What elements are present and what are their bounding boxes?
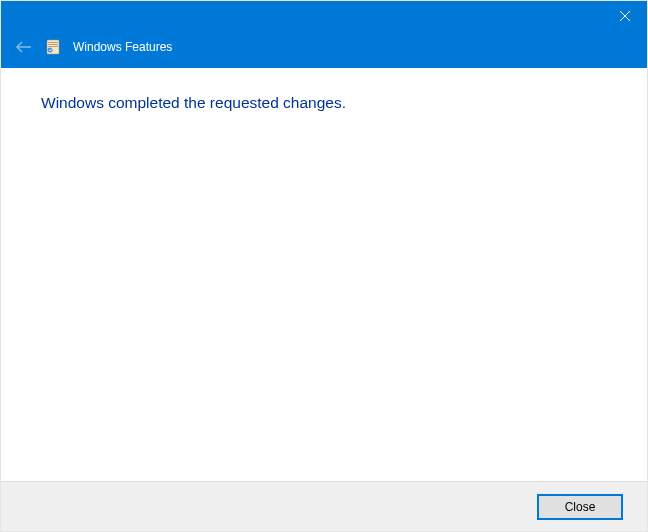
- windows-features-icon: [45, 39, 61, 55]
- back-button: [15, 40, 33, 54]
- footer: Close: [1, 481, 647, 531]
- window-close-button[interactable]: [602, 1, 647, 31]
- svg-rect-6: [48, 46, 58, 47]
- svg-point-7: [48, 48, 53, 53]
- back-arrow-icon: [15, 40, 33, 54]
- status-message: Windows completed the requested changes.: [41, 94, 607, 112]
- content-area: Windows completed the requested changes.: [1, 68, 647, 481]
- close-button[interactable]: Close: [537, 494, 623, 520]
- titlebar: Windows Features: [1, 1, 647, 68]
- window-title: Windows Features: [73, 40, 172, 54]
- svg-rect-4: [48, 42, 58, 43]
- svg-rect-5: [48, 44, 58, 45]
- close-icon: [620, 11, 630, 21]
- header-row: Windows Features: [15, 39, 172, 55]
